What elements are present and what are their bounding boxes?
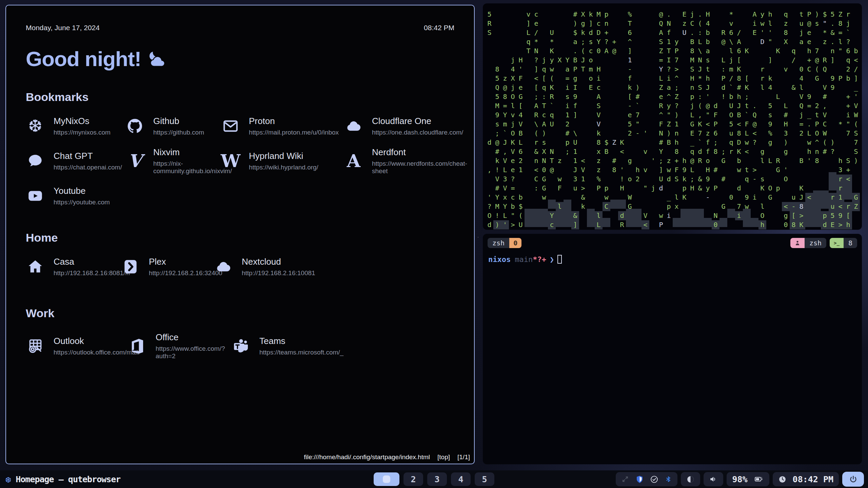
statusbar-url: file:///home/hadi/.config/startpage/inde… — [304, 453, 430, 461]
workspace-4[interactable]: 4 — [451, 472, 471, 486]
startpage-header: Monday, June 17, 2024 08:42 PM — [26, 24, 454, 32]
matrix-row: #,V6 &XN ;1 xB < v Y 8 qdf8;rK< g g hn#?… — [486, 145, 860, 154]
clock-icon — [778, 475, 787, 484]
volume-icon — [709, 475, 718, 484]
tmux-window-name: zsh — [488, 238, 509, 248]
bookmark-item-proton[interactable]: Protonhttps://mail.proton.me/u/0/inbox — [221, 116, 344, 136]
matrix-row: q* * a;sY?+ ^ S1y BLb @\A D" X ae z.l? — [486, 35, 860, 44]
bookmark-url: https://www.nerdfonts.com/cheat-sheet — [372, 160, 467, 175]
battery-percentage: 98% — [732, 474, 747, 484]
night-light-icon — [686, 475, 695, 484]
bookmark-item-nixvim[interactable]: VNixvimhttps://nix-community.github.io/n… — [125, 147, 221, 175]
cloud-icon — [344, 117, 363, 136]
battery-charging-icon — [754, 475, 764, 484]
bookmark-name: Outlook — [54, 336, 140, 346]
bookmark-item-github[interactable]: Githubhttps://github.com — [125, 116, 221, 136]
terminal-cursor — [557, 255, 562, 264]
bookmark-item-nextcloud[interactable]: Nextcloudhttp://192.168.2.16:10081 — [214, 257, 454, 277]
teams-icon — [232, 337, 251, 355]
matrix-row: V3? CG w 31 % !o2 UdSk;&9 # q-s O r< — [486, 172, 860, 181]
qutebrowser-window: Monday, June 17, 2024 08:42 PM Good nigh… — [5, 5, 475, 464]
matrix-row: M=l[ AT` if S -` Ry? j(@d UJt. 5 L Q=2, … — [486, 99, 860, 108]
bookmark-item-office[interactable]: Officehttps://www.office.com/?auth=2 — [128, 332, 232, 360]
bookmark-item-outlook[interactable]: Outlookhttps://outlook.office.com/mail/ — [26, 332, 128, 360]
desktop: Monday, June 17, 2024 08:42 PM Good nigh… — [0, 0, 868, 488]
bookmark-url: https://outlook.office.com/mail/ — [54, 349, 140, 356]
matrix-row: TN K .(c0A@ ] ZTP 8\a l6K K q h7 n"6b — [486, 44, 860, 53]
bookmark-name: MyNixOs — [54, 116, 111, 126]
matrix-row: ?MYb$ l k C G px G 7w l <-8 u<rZ — [486, 200, 860, 209]
matrix-row: S L/ U $kdD+ 6 Af U.:b R6/ E'' 8 je *&=` — [486, 26, 860, 35]
shell-prompt[interactable]: nixos main*?+ ❯ — [488, 255, 862, 264]
bookmark-name: Youtube — [54, 186, 110, 196]
bookmark-item-mynixos[interactable]: ❆MyNixOshttps://mynixos.com — [26, 116, 125, 136]
matrix-row: ;`OB () #\ k 2-' N)n E7z6 u8L< % 3 2LOW … — [486, 126, 860, 136]
prompt-git-status: *?+ — [533, 255, 546, 264]
bookmark-url: https://mynixos.com — [54, 129, 111, 136]
bookmark-name: Nixvim — [153, 147, 232, 158]
statusbar-tab-index: [1/1] — [457, 453, 470, 461]
bookmark-url: https://github.com — [153, 129, 204, 136]
clock-module[interactable]: 08:42 PM — [773, 472, 839, 486]
bookmark-item-teams[interactable]: Teamshttps://teams.microsoft.com/_ — [232, 332, 454, 360]
vim-icon: V — [125, 151, 144, 170]
prompt-symbol: ❯ — [550, 255, 554, 264]
night-light-module[interactable] — [681, 472, 700, 486]
qutebrowser-statusbar: file:///home/hadi/.config/startpage/inde… — [6, 452, 474, 464]
bookmark-name: Nextcloud — [242, 257, 315, 267]
chat-icon — [26, 151, 45, 170]
battery-module[interactable]: 98% — [727, 472, 769, 486]
section-grid: Casahttp://192.168.2.16:8081/#/Plexhttp:… — [26, 257, 454, 277]
startpage: Monday, June 17, 2024 08:42 PM Good nigh… — [6, 5, 474, 464]
bookmark-name: Casa — [54, 257, 131, 267]
youtube-icon — [26, 186, 45, 205]
section-title: Work — [26, 307, 454, 320]
system-tray[interactable] — [616, 472, 677, 486]
bookmark-name: Cloudflare One — [372, 116, 463, 126]
bookmark-name: Plex — [149, 257, 222, 267]
bookmark-url: https://mail.proton.me/u/0/inbox — [249, 129, 339, 136]
matrix-row: d)'>U c ] L R < P 0 h 08K dE>h — [486, 218, 860, 227]
bookmark-name: Proton — [249, 116, 339, 126]
shell-terminal-window[interactable]: zsh 0 zsh >_ 8 nixos main*?+ ❯ — [483, 234, 862, 464]
matrix-row: ,!Le1 <0@ JV z 8' hv ]wF9L H# wt> G' 3+ — [486, 163, 860, 172]
terminal-icon: >_ — [830, 238, 844, 248]
bookmark-item-plex[interactable]: Plexhttp://192.168.2.16:32400 — [121, 257, 214, 277]
tmux-window-index-badge: 0 — [509, 238, 521, 248]
check-circle-icon — [650, 475, 658, 484]
matrix-row: 5 vc #XkMp % @. Ej.H * Ayh q tP)$5Zr — [486, 7, 860, 17]
time-label: 08:42 PM — [424, 24, 454, 32]
moon-cloud-icon — [146, 50, 167, 67]
greeting: Good night! — [26, 47, 454, 71]
matrix-row: Q@je [qK iI Ec k) Za; nSJ d`#K l4 &l V9 … — [486, 81, 860, 90]
statusbar-scroll-position: [top] — [437, 453, 450, 461]
bookmark-url: https://teams.microsoft.com/_ — [259, 349, 343, 356]
workspace-3[interactable]: 3 — [427, 472, 447, 486]
section-grid: Outlookhttps://outlook.office.com/mail/O… — [26, 332, 454, 360]
workspace-5[interactable]: 5 — [475, 472, 494, 486]
bookmark-url: https://wiki.hyprland.org/ — [249, 164, 318, 171]
prompt-git-branch: main*?+ — [515, 255, 546, 264]
workspace-2[interactable]: 2 — [403, 472, 423, 486]
bookmark-item-hyprland-wiki[interactable]: WHyprland Wikihttps://wiki.hyprland.org/ — [221, 147, 344, 175]
cmatrix-terminal-window[interactable]: 5 vc #XkMp % @. Ej.H * Ayh q tP)$5ZrR ]e… — [483, 3, 862, 230]
bookmark-url: http://192.168.2.16:8081/#/ — [54, 269, 131, 277]
bookmark-item-chat-gpt[interactable]: Chat GPThttps://chat.openai.com/ — [26, 147, 125, 175]
letter-a-icon: A — [344, 151, 363, 170]
matrix-row: smjV \AU 2 V 5" FZ1 GK<P 5<F@ 9 H =.PC *… — [486, 117, 860, 126]
tmux-window-tab[interactable]: zsh 0 — [488, 238, 521, 248]
volume-module[interactable] — [704, 472, 723, 486]
bookmark-name: Chat GPT — [54, 151, 122, 161]
bookmark-item-nerdfont[interactable]: ANerdfonthttps://www.nerdfonts.com/cheat… — [344, 147, 467, 175]
bookmark-item-youtube[interactable]: Youtubehttps://youtube.com — [26, 186, 125, 206]
clock-time: 08:42 PM — [793, 474, 833, 484]
bookmark-item-cloudflare-one[interactable]: Cloudflare Onehttps://one.dash.cloudflar… — [344, 116, 467, 136]
matrix-row: 8 4' ]qw aPTmH - Y?> SJt :mK r v 0C(Q 2/ — [486, 62, 860, 72]
github-icon — [125, 117, 144, 136]
section-bookmarks: Bookmarks❆MyNixOshttps://mynixos.comGith… — [26, 90, 454, 206]
shield-icon — [635, 475, 644, 484]
workspace-1-active[interactable] — [374, 472, 399, 486]
section-work: WorkOutlookhttps://outlook.office.com/ma… — [26, 307, 454, 360]
bookmark-item-casa[interactable]: Casahttp://192.168.2.16:8081/#/ — [26, 257, 121, 277]
power-button[interactable] — [842, 472, 864, 487]
